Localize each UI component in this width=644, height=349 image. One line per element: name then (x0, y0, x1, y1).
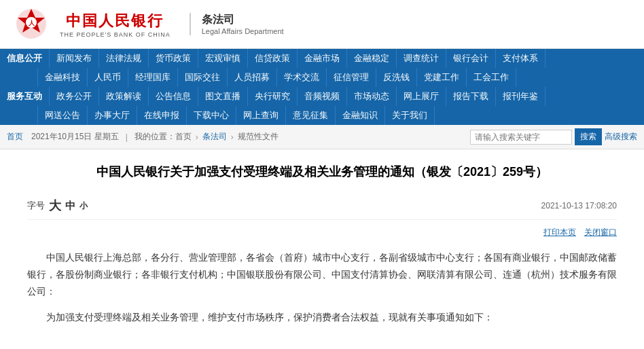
nav-item-journal[interactable]: 报刊年鉴 (496, 87, 545, 106)
pboc-emblem: 人 (11, 5, 52, 43)
nav-row-3: 服务互动 政务公开 政策解读 公告信息 图文直播 央行研究 音频视频 市场动态 … (0, 87, 644, 106)
nav-item-monetary[interactable]: 货币政策 (149, 49, 198, 68)
nav-row-2: 金融科技 人民币 经理国库 国际交往 人员招募 学术交流 征信管理 反洗钱 党建… (0, 68, 644, 87)
nav-item-market[interactable]: 市场动态 (347, 87, 397, 106)
nav-item-live[interactable]: 图文直播 (198, 87, 248, 106)
nav-item-macro[interactable]: 宏观审慎 (198, 49, 248, 68)
nav-item-gov-affairs[interactable]: 政务公开 (50, 87, 99, 106)
navigation: 信息公开 新闻发布 法律法规 货币政策 宏观审慎 信贷政策 金融市场 金融稳定 … (0, 49, 644, 125)
nav-item-recruit[interactable]: 人员招募 (228, 68, 277, 87)
nav-label-info: 信息公开 (0, 49, 50, 68)
nav-item-accounting[interactable]: 银行会计 (446, 49, 496, 68)
font-size-controls: 字号 大 中 小 (27, 198, 88, 214)
nav-item-research[interactable]: 央行研究 (248, 87, 298, 106)
nav-items-row4: 网送公告 办事大厅 在线申报 下载中心 网上查询 意见征集 金融知识 关于我们 (38, 106, 644, 125)
logo-area: 人 中国人民银行 THE PEOPLE'S BANK OF CHINA 条法司 … (11, 5, 284, 43)
nav-label-service: 服务互动 (0, 87, 50, 106)
nav-item-credit-mgmt[interactable]: 征信管理 (327, 68, 376, 87)
nav-item-union[interactable]: 工会工作 (467, 68, 516, 87)
font-size-row: 字号 大 中 小 2021-10-13 17:08:20 (27, 192, 617, 220)
nav-item-aml[interactable]: 反洗钱 (376, 68, 417, 87)
bank-name: 中国人民银行 THE PEOPLE'S BANK OF CHINA (60, 11, 171, 38)
nav-item-academic[interactable]: 学术交流 (277, 68, 327, 87)
nav-item-announcement[interactable]: 公告信息 (149, 87, 198, 106)
nav-item-stability[interactable]: 金融稳定 (347, 49, 397, 68)
nav-item-download[interactable]: 下载中心 (187, 106, 236, 125)
search-input[interactable] (470, 130, 572, 145)
nav-item-finance-knowledge[interactable]: 金融知识 (336, 106, 385, 125)
nav-row-1: 信息公开 新闻发布 法律法规 货币政策 宏观审慎 信贷政策 金融市场 金融稳定 … (0, 49, 644, 68)
font-small-btn[interactable]: 小 (79, 200, 88, 212)
search-button[interactable]: 搜索 (575, 128, 602, 145)
search-area: 搜索 高级搜索 (470, 128, 637, 145)
nav-item-fintech[interactable]: 金融科技 (38, 68, 88, 87)
nav-item-about[interactable]: 关于我们 (385, 106, 435, 125)
breadcrumb-sep0: | (126, 132, 128, 142)
nav-item-news[interactable]: 新闻发布 (50, 49, 99, 68)
close-link[interactable]: 关闭窗口 (584, 227, 617, 238)
font-label: 字号 (27, 200, 45, 212)
svg-text:人: 人 (28, 20, 35, 26)
nav-item-rmb[interactable]: 人民币 (88, 68, 128, 87)
advanced-search-link[interactable]: 高级搜索 (605, 131, 637, 143)
document-title: 中国人民银行关于加强支付受理终端及相关业务管理的通知（银发〔2021〕259号） (27, 163, 617, 181)
nav-item-online-query[interactable]: 网上查询 (236, 106, 286, 125)
nav-item-law[interactable]: 法律法规 (99, 49, 149, 68)
bank-name-cn: 中国人民银行 (66, 11, 164, 31)
breadcrumb-sep2: › (231, 132, 234, 142)
dept-name-cn: 条法司 (202, 13, 284, 27)
nav-item-stats[interactable]: 调查统计 (397, 49, 446, 68)
dept-name-en: Legal Affairs Department (202, 27, 284, 35)
nav-row-4: 网送公告 办事大厅 在线申报 下载中心 网上查询 意见征集 金融知识 关于我们 (0, 106, 644, 125)
bank-name-en: THE PEOPLE'S BANK OF CHINA (60, 31, 171, 38)
font-large-btn[interactable]: 大 (49, 198, 61, 214)
breadcrumb-current: 规范性文件 (238, 131, 279, 143)
breadcrumb-sep1: › (196, 132, 198, 142)
nav-item-payment[interactable]: 支付体系 (496, 49, 545, 68)
breadcrumb-dept[interactable]: 条法司 (202, 131, 227, 143)
nav-item-feedback[interactable]: 意见征集 (286, 106, 336, 125)
document-body: 中国人民银行上海总部，各分行、营业管理部，各省会（首府）城市中心支行，各副省级城… (27, 249, 617, 326)
document-timestamp: 2021-10-13 17:08:20 (541, 201, 617, 210)
nav-item-report[interactable]: 报告下载 (446, 87, 496, 106)
breadcrumb-home[interactable]: 首页 (7, 131, 23, 143)
main-content: 中国人民银行关于加强支付受理终端及相关业务管理的通知（银发〔2021〕259号）… (0, 149, 644, 348)
breadcrumb-date: 2021年10月15日 星期五 (31, 131, 119, 143)
nav-item-treasury[interactable]: 经理国库 (128, 68, 178, 87)
nav-item-online-hall[interactable]: 网上展厅 (397, 87, 446, 106)
nav-item-intl[interactable]: 国际交往 (178, 68, 228, 87)
nav-item-service-hall[interactable]: 办事大厅 (88, 106, 137, 125)
doc-paragraph-2: 为加强支付受理终端及相关业务管理，维护支付市场秩序，保护消费者合法权益，现就有关… (27, 309, 617, 326)
nav-items-row3: 政务公开 政策解读 公告信息 图文直播 央行研究 音频视频 市场动态 网上展厅 … (50, 87, 644, 106)
nav-items-row2: 金融科技 人民币 经理国库 国际交往 人员招募 学术交流 征信管理 反洗钱 党建… (38, 68, 644, 87)
print-link[interactable]: 打印本页 (543, 227, 576, 238)
font-medium-btn[interactable]: 中 (65, 200, 75, 213)
nav-items-row1: 新闻发布 法律法规 货币政策 宏观审慎 信贷政策 金融市场 金融稳定 调查统计 … (50, 49, 644, 68)
nav-item-online-filing[interactable]: 在线申报 (137, 106, 187, 125)
breadcrumb-location: 我的位置：首页 (135, 131, 192, 143)
nav-label-row4 (0, 106, 38, 125)
nav-item-policy-interpret[interactable]: 政策解读 (99, 87, 149, 106)
nav-item-party[interactable]: 党建工作 (417, 68, 467, 87)
doc-paragraph-1: 中国人民银行上海总部，各分行、营业管理部，各省会（首府）城市中心支行，各副省级城… (27, 249, 617, 301)
nav-label-row2 (0, 68, 38, 87)
nav-item-financial[interactable]: 金融市场 (298, 49, 347, 68)
nav-item-audio[interactable]: 音频视频 (298, 87, 347, 106)
department-info: 条法司 Legal Affairs Department (190, 13, 284, 35)
nav-item-net-notice[interactable]: 网送公告 (38, 106, 88, 125)
page-header: 人 中国人民银行 THE PEOPLE'S BANK OF CHINA 条法司 … (0, 0, 644, 49)
breadcrumb-bar: 首页 2021年10月15日 星期五 | 我的位置：首页 › 条法司 › 规范性… (0, 125, 644, 149)
action-row: 打印本页 关闭窗口 (27, 227, 617, 238)
nav-item-credit[interactable]: 信贷政策 (248, 49, 298, 68)
